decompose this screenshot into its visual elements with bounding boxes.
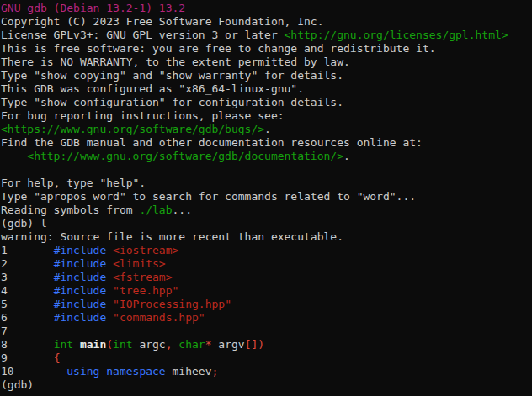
terminal-line: 8 int main(int argc, char* argv[]) (1, 338, 532, 351)
text-segment: #include (54, 271, 107, 283)
terminal-line: warning: Source file is more recent than… (1, 230, 532, 244)
terminal-line: 9 { (1, 351, 532, 365)
text-segment: 5 (1, 298, 54, 310)
text-segment: Copyright (C) 2023 Free Software Foundat… (1, 15, 324, 28)
text-segment: Reading symbols from (1, 203, 139, 216)
text-segment: 1 (1, 244, 54, 256)
terminal-line: License GPLv3+: GNU GPL version 3 or lat… (1, 29, 532, 42)
terminal-window[interactable]: GNU gdb (Debian 13.2-1) 13.2Copyright (C… (0, 0, 532, 396)
terminal-line: Type "show copying" and "show warranty" … (1, 69, 532, 82)
text-segment: There is NO WARRANTY, to the extent perm… (1, 55, 350, 68)
text-segment (1, 150, 27, 162)
gdb-documentation-link[interactable]: <http://www.gnu.org/software/gdb/documen… (27, 150, 343, 162)
terminal-line: (gdb) (1, 378, 532, 392)
text-segment: <limits> (113, 257, 166, 270)
terminal-line: 3 #include <fstream> (1, 271, 532, 284)
terminal-line: This GDB was configured as "x86_64-linux… (1, 82, 532, 96)
gdb-bugs-link[interactable]: <https://www.gnu.org/software/gdb/bugs/> (1, 123, 264, 135)
text-segment: #include (54, 284, 107, 297)
text-segment: Type "apropos word" to search for comman… (1, 190, 416, 203)
text-segment (106, 244, 113, 256)
text-segment: ./lab (139, 203, 172, 216)
text-segment: <iostream> (113, 244, 178, 256)
text-segment: main (80, 338, 106, 351)
terminal-line: 7 (1, 325, 532, 338)
text-segment: []) (245, 338, 264, 351)
text-segment: (gdb) (1, 378, 34, 391)
terminal-output: GNU gdb (Debian 13.2-1) 13.2Copyright (C… (1, 2, 532, 392)
text-segment (106, 284, 113, 297)
text-segment: int (54, 338, 73, 351)
text-segment: License GPLv3+: GNU GPL version 3 or lat… (1, 29, 285, 41)
text-segment: 7 (1, 325, 8, 337)
text-segment: char (178, 338, 205, 351)
text-segment: "tree.hpp" (113, 284, 178, 297)
text-segment: For help, type "help". (1, 177, 146, 189)
text-segment: For bug reporting instructions, please s… (1, 109, 285, 122)
text-segment: Type "show configuration" for configurat… (1, 96, 343, 108)
text-segment: #include (54, 257, 107, 270)
text-segment: int (113, 338, 132, 351)
terminal-line: 5 #include "IOProcessing.hpp" (1, 298, 532, 311)
text-segment: argv (212, 338, 245, 351)
text-segment: { (54, 351, 61, 364)
terminal-line (1, 163, 532, 177)
text-segment: ; (212, 365, 219, 378)
terminal-line: Type "apropos word" to search for comman… (1, 190, 532, 203)
text-segment: 10 (1, 365, 66, 378)
terminal-line: This is free software: you are free to c… (1, 42, 532, 55)
terminal-line: 2 #include <limits> (1, 257, 532, 271)
text-segment: 6 (1, 311, 54, 324)
text-segment: 4 (1, 284, 54, 297)
terminal-line: (gdb) l (1, 217, 532, 230)
text-segment: #include (54, 311, 107, 324)
text-segment (73, 338, 80, 351)
text-segment: , (166, 338, 173, 351)
terminal-line: There is NO WARRANTY, to the extent perm… (1, 55, 532, 69)
terminal-line: 10 using namespace miheev; (1, 365, 532, 378)
terminal-line: Copyright (C) 2023 Free Software Foundat… (1, 15, 532, 29)
text-segment: * (205, 338, 212, 351)
terminal-line: For help, type "help". (1, 177, 532, 190)
text-segment: (gdb) l (1, 217, 47, 230)
terminal-line: 1 #include <iostream> (1, 244, 532, 257)
text-segment: Type "show copying" and "show warranty" … (1, 69, 343, 82)
text-segment (106, 311, 113, 324)
terminal-line: 4 #include "tree.hpp" (1, 284, 532, 298)
text-segment: 9 (1, 351, 54, 364)
text-segment: argc (133, 338, 166, 351)
terminal-line: <http://www.gnu.org/software/gdb/documen… (1, 150, 532, 163)
terminal-line: <https://www.gnu.org/software/gdb/bugs/>… (1, 123, 532, 136)
terminal-line: Find the GDB manual and other documentat… (1, 136, 532, 150)
terminal-line: 6 #include "commands.hpp" (1, 311, 532, 325)
text-segment: . (264, 123, 271, 135)
gpl-license-link[interactable]: <http://gnu.org/licenses/gpl.html> (285, 29, 508, 41)
text-segment: #include (54, 298, 107, 310)
text-segment: ( (106, 338, 113, 351)
text-segment: #include (54, 244, 107, 256)
text-segment: ... (173, 203, 192, 216)
text-segment: warning: Source file is more recent than… (1, 230, 343, 243)
text-segment: This GDB was configured as "x86_64-linux… (1, 82, 304, 95)
text-segment: 2 (1, 257, 54, 270)
text-segment: . (343, 150, 350, 162)
text-segment: namespace (106, 365, 165, 378)
terminal-line: Reading symbols from ./lab... (1, 203, 532, 217)
text-segment: GNU gdb (Debian 13.2-1) 13.2 (1, 2, 185, 14)
text-segment: 8 (1, 338, 54, 351)
text-segment (106, 257, 113, 270)
text-segment (106, 298, 113, 310)
text-segment: "IOProcessing.hpp" (113, 298, 231, 310)
terminal-line: Type "show configuration" for configurat… (1, 96, 532, 109)
text-segment: 3 (1, 271, 54, 283)
text-segment: using (66, 365, 99, 378)
text-segment: Find the GDB manual and other documentat… (1, 136, 423, 149)
text-segment: <fstream> (113, 271, 172, 283)
terminal-line: GNU gdb (Debian 13.2-1) 13.2 (1, 2, 532, 15)
text-segment: "commands.hpp" (113, 311, 205, 324)
text-segment: miheev (166, 365, 212, 378)
text-segment: This is free software: you are free to c… (1, 42, 436, 55)
text-segment (106, 271, 113, 283)
terminal-line: For bug reporting instructions, please s… (1, 109, 532, 123)
